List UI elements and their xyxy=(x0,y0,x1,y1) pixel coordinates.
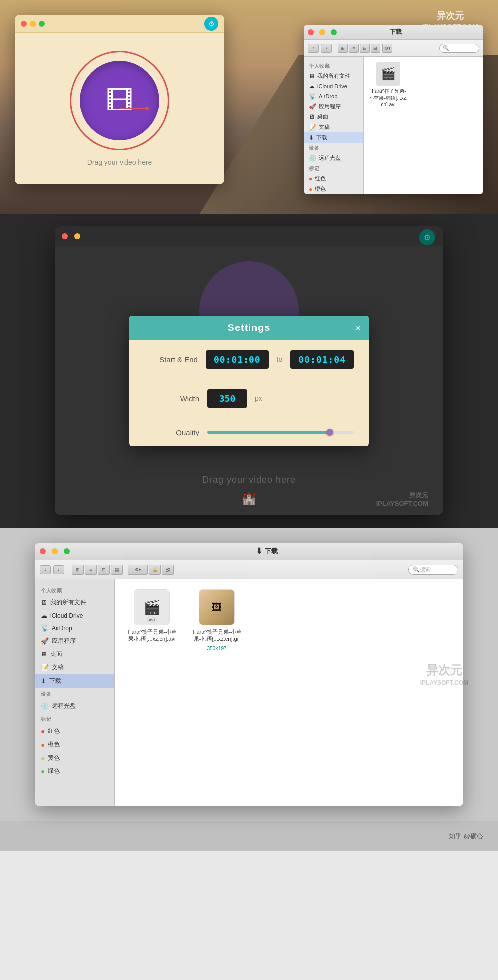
file-avi[interactable]: 🎬 AVI T ara^筷子兄弟-小草果-韩语[...xz.cn].avi xyxy=(124,589,179,651)
dark-tl-red[interactable] xyxy=(62,233,68,239)
desktop-label: 桌面 xyxy=(317,113,328,120)
section2-container: ⚙ Settings × Start & End 00:01:00 to 00:… xyxy=(0,214,498,528)
avi-badge: AVI xyxy=(147,617,157,623)
sidebar-item-docs[interactable]: 📝 文稿 xyxy=(304,122,363,132)
fl-item-dvd[interactable]: 💿 远程光盘 xyxy=(35,699,114,713)
fl-item-apps[interactable]: 🚀 应用程序 xyxy=(35,634,114,648)
fl-item-icloud[interactable]: ☁ iCloud Drive xyxy=(35,609,114,622)
gif-filesize: 350×197 xyxy=(207,646,226,651)
iplaysoft-watermark: 异次元 IPLAYSOFT.COM xyxy=(420,662,463,687)
finder-search[interactable]: 🔍 xyxy=(439,44,479,53)
finder-toolbar: ‹ › ⊞ ≡ ⊟ ⊞ ⚙▾ 🔍 xyxy=(304,40,483,57)
quality-thumb[interactable] xyxy=(326,429,333,436)
quality-slider[interactable] xyxy=(207,431,354,434)
traffic-yellow[interactable] xyxy=(30,21,36,27)
icloud-icon: ☁ xyxy=(309,83,315,90)
fl-action-btn[interactable]: ⚙▾ xyxy=(128,565,148,575)
list-view[interactable]: ≡ xyxy=(349,44,359,53)
sidebar-item-icloud[interactable]: ☁ iCloud Drive xyxy=(304,81,363,91)
fl-downloads-icon: ⬇ xyxy=(41,677,46,685)
fl-dvd-icon: 💿 xyxy=(41,702,49,710)
nav-back[interactable]: ‹ xyxy=(308,44,319,53)
start-time-input[interactable]: 00:01:00 xyxy=(206,350,269,369)
fl-tag-orange-icon: ● xyxy=(41,741,45,749)
fl-lock-btn[interactable]: 🔒 xyxy=(149,565,161,575)
brand-watermark-dark: 异次元 IPLAYSOFT.COM xyxy=(376,491,428,507)
fl-item-all[interactable]: 🖥 我的所有文件 xyxy=(35,596,114,609)
traffic-green[interactable] xyxy=(39,21,45,27)
fl-tl-yellow[interactable] xyxy=(52,548,58,554)
fl-nav-back[interactable]: ‹ xyxy=(40,565,51,574)
settings-body: Start & End 00:01:00 to 00:01:04 Width 3… xyxy=(129,340,369,446)
quality-label: Quality xyxy=(144,428,199,436)
avi-filename: T ara^筷子兄弟-小草果-韩语[...xz.cn].avi xyxy=(124,628,179,643)
fl-icon-view[interactable]: ⊞ xyxy=(72,565,84,575)
fl-devices-label: 设备 xyxy=(35,688,114,699)
finder-large-sidebar: 个人收藏 🖥 我的所有文件 ☁ iCloud Drive 📡 AirDrop 🚀… xyxy=(35,579,115,806)
fl-item-desktop[interactable]: 🖥 桌面 xyxy=(35,648,114,661)
app-titlebar: ⚙ xyxy=(15,15,224,33)
start-end-label: Start & End xyxy=(144,355,198,364)
settings-close-button[interactable]: × xyxy=(355,322,361,333)
tag-orange[interactable]: ● 橙色 xyxy=(304,184,363,194)
fl-list-view[interactable]: ≡ xyxy=(85,565,97,575)
fl-flow-view[interactable]: ▤ xyxy=(111,565,123,575)
drag-text-dark: Drag your video here xyxy=(202,475,296,485)
quality-row: Quality xyxy=(129,418,369,446)
tag-red[interactable]: ● 红色 xyxy=(304,173,363,184)
finder-large: ⬇ 下载 ‹ › ⊞ ≡ ⊟ ▤ ⚙▾ 🔒 ⛓ 🔍 搜索 xyxy=(35,543,463,806)
downloads-label: 下载 xyxy=(316,134,327,141)
castle-icon: 🏰 xyxy=(242,491,256,505)
fl-item-airdrop[interactable]: 📡 AirDrop xyxy=(35,622,114,634)
fl-tl-red[interactable] xyxy=(40,548,46,554)
traffic-red[interactable] xyxy=(21,21,27,27)
finder-file-item[interactable]: 🎬 T ara^筷子兄弟-小苹果-韩语[...xz.cn].avi xyxy=(369,62,408,107)
finder-body: 个人收藏 🖥 我的所有文件 ☁ iCloud Drive 📡 AirDrop 🚀… xyxy=(304,57,483,194)
fl-tag-red[interactable]: ● 红色 xyxy=(35,724,114,738)
search-placeholder: 搜索 xyxy=(420,566,431,573)
fl-tag-red-icon: ● xyxy=(41,727,45,735)
icloud-label: iCloud Drive xyxy=(317,83,347,89)
fl-search[interactable]: 🔍 搜索 xyxy=(408,565,458,575)
fl-nav-forward[interactable]: › xyxy=(53,565,64,574)
gear-button[interactable]: ⚙ xyxy=(204,17,218,31)
column-view[interactable]: ⊟ xyxy=(360,44,370,53)
fl-tag-orange[interactable]: ● 橙色 xyxy=(35,738,114,751)
sidebar-item-all-files[interactable]: 🖥 我的所有文件 xyxy=(304,71,363,81)
action-menu[interactable]: ⚙▾ xyxy=(382,44,392,53)
sidebar-item-apps[interactable]: 🚀 应用程序 xyxy=(304,101,363,111)
view-icons: ⊞ ≡ ⊟ ⊞ xyxy=(338,44,380,53)
fl-desktop-icon: 🖥 xyxy=(41,651,47,658)
fl-item-downloads[interactable]: ⬇ 下载 xyxy=(35,674,114,688)
fl-item-docs[interactable]: 📝 文稿 xyxy=(35,661,114,674)
file-gif[interactable]: 🖼 T ara^筷子兄弟-小草果-韩语[...xz.cn].gif 350×19… xyxy=(189,589,244,651)
dark-gear-button[interactable]: ⚙ xyxy=(419,229,435,245)
flow-view[interactable]: ⊞ xyxy=(371,44,380,53)
iplaysoft-url: IPLAYSOFT.COM xyxy=(420,678,463,687)
dark-tl-yellow[interactable] xyxy=(74,233,80,239)
fl-share-btn[interactable]: ⛓ xyxy=(162,565,174,575)
sidebar-item-desktop[interactable]: 🖥 桌面 xyxy=(304,111,363,122)
all-files-label: 我的所有文件 xyxy=(317,72,350,80)
nav-forward[interactable]: › xyxy=(321,44,332,53)
width-input[interactable]: 350 xyxy=(207,389,247,408)
fl-tag-green-icon: ● xyxy=(41,767,45,775)
fl-apps-icon: 🚀 xyxy=(41,637,49,645)
circle-outer: 🎞 xyxy=(70,51,169,150)
finder-large-titlebar: ⬇ 下载 xyxy=(35,543,463,560)
fl-tl-green[interactable] xyxy=(64,548,70,554)
icon-view[interactable]: ⊞ xyxy=(338,44,348,53)
sidebar-item-airdrop[interactable]: 📡 AirDrop xyxy=(304,91,363,101)
tag-orange-icon: ● xyxy=(309,186,312,193)
fl-column-view[interactable]: ⊟ xyxy=(98,565,110,575)
end-time-input[interactable]: 00:01:04 xyxy=(290,350,354,369)
settings-dialog: Settings × Start & End 00:01:00 to 00:01… xyxy=(129,316,369,446)
sidebar-item-downloads[interactable]: ⬇ 下载 xyxy=(304,132,363,143)
sidebar-item-dvd[interactable]: 💿 远程光盘 xyxy=(304,153,363,163)
file-icon: 🎬 xyxy=(376,62,400,86)
fl-tag-green[interactable]: ● 绿色 xyxy=(35,764,114,778)
gear-icon: ⚙ xyxy=(208,20,215,28)
finder-large-content: 🎬 AVI T ara^筷子兄弟-小草果-韩语[...xz.cn].avi 🖼 … xyxy=(115,579,463,806)
fl-airdrop-icon: 📡 xyxy=(41,624,49,632)
fl-tag-yellow[interactable]: ● 黄色 xyxy=(35,751,114,764)
